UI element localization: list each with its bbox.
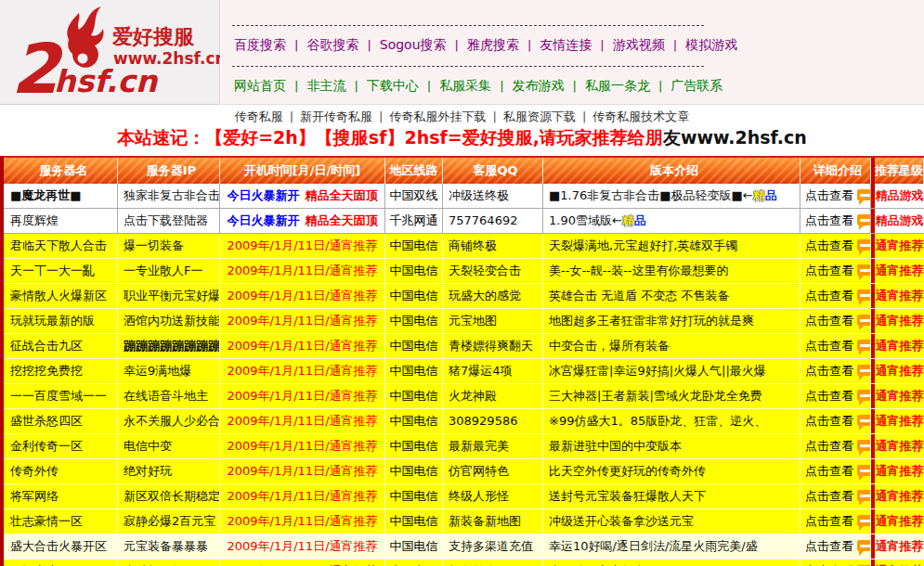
version-text: 冰宫爆狂雷|幸运9好搞|火爆人气||最火爆 (549, 364, 766, 378)
chat-bubble-icon[interactable] (857, 289, 871, 301)
nav-link[interactable]: 谷歌搜索 (306, 37, 358, 52)
server-name-cell[interactable]: 金利传奇一区 (4, 434, 118, 458)
nav-link[interactable]: 私服一条龙 (585, 78, 650, 93)
nav-link[interactable]: 传奇私服技术文章 (592, 109, 689, 123)
nav-link[interactable]: 私服采集 (439, 78, 491, 93)
server-ip-cell[interactable]: 新区双倍长期稳定 (118, 484, 220, 508)
detail-cell[interactable]: 点击查看 (800, 234, 871, 258)
detail-cell[interactable]: 点击查看 (800, 384, 871, 408)
detail-cell[interactable]: 点击查看 (800, 184, 871, 208)
service-qq-cell: 商铺终极 (443, 234, 543, 258)
server-name-cell[interactable]: 挖挖挖免费挖 (4, 359, 118, 383)
nav-link[interactable]: 私服资源下载 (503, 109, 576, 123)
server-ip-cell[interactable]: 酒馆内功送新技能 (118, 309, 220, 333)
detail-cell[interactable]: 点击查看 (800, 484, 871, 508)
detail-link-label: 点击查看 (805, 238, 853, 252)
page: 2 hsf.cn 爱好搜服 www.2hsf.cn 百度搜索|谷歌搜索|Sogo… (0, 0, 924, 566)
server-ip-cell[interactable]: 蹦蹦蹦蹦蹦蹦蹦蹦 (118, 334, 220, 358)
nav-link[interactable]: 传奇私服 (235, 109, 283, 123)
chat-bubble-icon[interactable] (857, 465, 871, 476)
service-qq-text: 终级人形怪 (449, 489, 509, 503)
open-time-date: 2009年/1月/11日/通宵推荐 (227, 514, 377, 528)
detail-cell[interactable]: 点击查看 (800, 259, 871, 283)
server-name-cell[interactable]: 再度辉煌 (4, 209, 118, 233)
nav-link[interactable]: 广告联系 (670, 78, 722, 93)
server-name-cell[interactable]: 豪情散人火爆新区 (4, 284, 118, 308)
detail-cell[interactable]: 点击查看 (800, 334, 871, 358)
server-name-cell[interactable]: 盛大合击火暴开区 (4, 534, 118, 559)
chat-bubble-icon[interactable] (857, 214, 871, 225)
nav-link[interactable]: 模拟游戏 (685, 37, 737, 52)
nav-link[interactable]: Sogou搜索 (380, 37, 447, 52)
chat-bubble-icon[interactable] (857, 540, 871, 551)
detail-cell[interactable]: 点击查看 (800, 534, 871, 559)
version-text: 天裂爆满地,元宝超好打,英雄双手镯 (549, 238, 737, 252)
open-time-date: 2009年/1月/11日/通宵推荐 (227, 414, 377, 428)
chat-bubble-icon[interactable] (857, 515, 871, 526)
server-name-cell[interactable]: 传奇外传 (4, 459, 118, 483)
nav-link[interactable]: 下载中心 (367, 78, 419, 93)
server-ip-cell[interactable]: 赤壁加强版 (118, 560, 220, 566)
server-ip-cell[interactable]: 独家非复古非合击 (118, 184, 220, 208)
nav-link[interactable]: 网站首页 (234, 78, 286, 93)
server-name-cell[interactable]: 壮志豪情一区 (4, 509, 118, 534)
detail-cell[interactable]: 点击查看 (800, 209, 871, 233)
nav-link[interactable]: 传奇私服外挂下载 (390, 109, 487, 123)
server-row: ■魔龙再世■独家非复古非合击今日火暴新开精品全天固顶中国双线冲级送终极■1.76… (4, 184, 924, 209)
nav-separator: | (427, 79, 431, 93)
nav-link[interactable]: 友情连接 (540, 37, 592, 52)
server-ip-cell[interactable]: 绝对好玩 (118, 459, 220, 483)
chat-bubble-icon[interactable] (857, 340, 871, 351)
server-name-cell[interactable]: 君临天下散人合击 (4, 234, 118, 258)
detail-link-label: 点击查看 (805, 414, 853, 428)
server-ip-cell[interactable]: 元宝装备暴暴暴 (118, 534, 220, 559)
detail-cell[interactable]: 点击查看 (800, 434, 871, 458)
chat-bubble-icon[interactable] (857, 264, 871, 276)
nav-link[interactable]: 雅虎搜索 (467, 37, 519, 52)
server-ip-cell[interactable]: 幸运9满地爆 (118, 359, 220, 383)
server-name-cell[interactable]: 一一百度雪域一一 (4, 384, 118, 408)
server-ip-cell[interactable]: 职业平衡元宝好爆 (118, 284, 220, 308)
chat-bubble-icon[interactable] (857, 315, 871, 326)
detail-cell[interactable]: 点击查看 (800, 359, 871, 383)
server-ip-cell[interactable]: 寂静必爆2百元宝 (118, 509, 220, 534)
detail-link-label: 点击查看 (805, 539, 853, 553)
server-ip-cell[interactable]: 永不关服人少必合 (118, 409, 220, 433)
server-ip-cell[interactable]: 点击下载登陆器 (118, 209, 220, 233)
server-row: 君临天下散人合击爆一切装备2009年/1月/11日/通宵推荐中国电信商铺终极天裂… (4, 234, 924, 259)
server-name-cell[interactable]: 天一丅一大一亂 (4, 259, 118, 283)
detail-cell[interactable]: 点击查看 (800, 459, 871, 483)
server-ip-cell[interactable]: 爆一切装备 (118, 234, 220, 258)
server-ip-link: 寂静必爆2百元宝 (124, 514, 215, 528)
server-name-cell[interactable]: 银河合击 (4, 560, 118, 566)
chat-bubble-icon[interactable] (857, 490, 871, 501)
nav-link[interactable]: 发布游戏 (513, 78, 565, 93)
server-ip-cell[interactable]: 电信中变 (118, 434, 220, 458)
chat-bubble-icon[interactable] (857, 365, 871, 376)
server-name-cell[interactable]: 盛世杀怒四区 (4, 409, 118, 433)
server-name-cell[interactable]: 玩就玩最新的版 (4, 309, 118, 333)
server-ip-cell[interactable]: 一专业散人F一 (118, 259, 220, 283)
detail-cell[interactable]: 点击查看 (800, 560, 871, 566)
site-logo[interactable]: 2 hsf.cn 爱好搜服 www.2hsf.cn (0, 0, 220, 105)
nav-link[interactable]: 非主流 (306, 78, 345, 93)
chat-bubble-icon[interactable] (857, 415, 871, 426)
server-name-cell[interactable]: 征战合击九区 (4, 334, 118, 358)
server-ip-cell[interactable]: 在线语音斗地主 (118, 384, 220, 408)
chat-bubble-icon[interactable] (857, 189, 871, 200)
service-qq-cell: 支持多渠道充值 (443, 534, 543, 559)
chat-bubble-icon[interactable] (857, 390, 871, 401)
nav-link[interactable]: 游戏视频 (613, 37, 665, 52)
chat-bubble-icon[interactable] (857, 440, 871, 451)
nav-link[interactable]: 百度搜索 (234, 37, 286, 52)
detail-cell[interactable]: 点击查看 (800, 509, 871, 534)
nav-link[interactable]: 新开传奇私服 (300, 109, 372, 123)
service-qq-text: 火龙神殿 (449, 389, 497, 403)
chat-bubble-icon[interactable] (857, 239, 871, 251)
detail-cell[interactable]: 点击查看 (800, 284, 871, 308)
star-rating-text: 通宵推荐 (876, 464, 924, 478)
server-name-cell[interactable]: 将军网络 (4, 484, 118, 508)
detail-cell[interactable]: 点击查看 (800, 409, 871, 433)
server-name-cell[interactable]: ■魔龙再世■ (4, 184, 118, 208)
detail-cell[interactable]: 点击查看 (800, 309, 871, 333)
